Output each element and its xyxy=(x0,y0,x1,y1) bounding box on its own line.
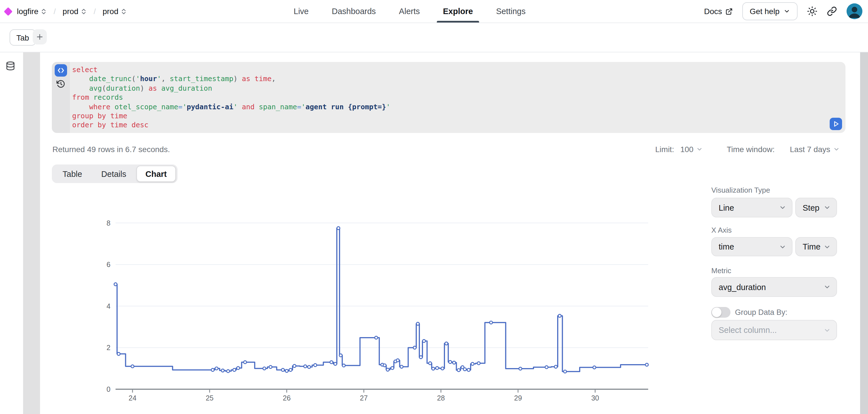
time-window-dropdown[interactable]: Last 7 days xyxy=(790,145,840,154)
view-tab-details[interactable]: Details xyxy=(92,166,135,182)
avg-duration-chart: 0246824252627282930 xyxy=(101,213,659,405)
svg-text:6: 6 xyxy=(106,260,111,268)
nav-explore[interactable]: Explore xyxy=(443,0,473,23)
breadcrumb-environment-label: prod xyxy=(102,7,118,16)
breadcrumb-separator: / xyxy=(94,7,96,16)
page-scrollbar[interactable] xyxy=(860,53,868,414)
chevron-down-icon xyxy=(783,8,790,14)
time-window-value: Last 7 days xyxy=(790,145,830,154)
top-header: logfire / prod / prod Live xyxy=(0,0,868,23)
external-link-icon xyxy=(725,8,733,15)
breadcrumb-project-label: prod xyxy=(63,7,79,16)
code-format-button[interactable] xyxy=(55,64,67,76)
breadcrumb-environment[interactable]: prod xyxy=(102,7,127,16)
breadcrumb-org-label: logfire xyxy=(17,7,38,16)
x-axis-label: X Axis xyxy=(711,226,732,234)
svg-text:8: 8 xyxy=(106,219,111,227)
breadcrumb-org[interactable]: logfire xyxy=(17,7,47,16)
breadcrumb-separator: / xyxy=(54,7,56,16)
limit-label: Limit: xyxy=(655,145,674,154)
sort-chevrons-icon xyxy=(121,8,127,15)
visualization-type-value: Line xyxy=(719,203,734,212)
docs-label: Docs xyxy=(704,7,722,16)
svg-text:29: 29 xyxy=(514,394,522,402)
line-style-value: Step xyxy=(803,203,819,212)
metric-select[interactable]: avg_duration xyxy=(711,277,837,297)
group-data-toggle[interactable] xyxy=(711,307,731,318)
sort-chevrons-icon xyxy=(40,8,47,15)
nav-settings[interactable]: Settings xyxy=(496,0,526,23)
svg-text:25: 25 xyxy=(206,394,214,402)
group-by-placeholder: Select column... xyxy=(719,325,777,335)
visualization-type-select[interactable]: Line xyxy=(711,198,793,217)
get-help-label: Get help xyxy=(750,7,779,16)
editor-gutter xyxy=(52,62,70,133)
sql-query-text[interactable]: select date_trunc('hour', start_timestam… xyxy=(72,65,826,131)
add-tab-button[interactable] xyxy=(33,29,47,44)
sort-chevrons-icon xyxy=(81,8,87,15)
svg-text:30: 30 xyxy=(591,394,599,402)
metric-value: avg_duration xyxy=(719,283,766,291)
svg-text:4: 4 xyxy=(106,302,111,310)
share-link-icon[interactable] xyxy=(827,6,837,16)
database-schema-icon[interactable] xyxy=(6,61,15,71)
x-axis-type-select[interactable]: Time xyxy=(795,237,837,256)
group-by-column-select[interactable]: Select column... xyxy=(711,320,837,340)
svg-text:27: 27 xyxy=(360,394,368,402)
sidebar-resize-gutter[interactable] xyxy=(23,53,40,414)
header-actions: Docs Get help xyxy=(704,0,862,23)
app-window: logfire / prod / prod Live xyxy=(0,0,868,414)
x-axis-type-value: Time xyxy=(803,242,820,251)
x-axis-column-select[interactable]: time xyxy=(711,237,793,256)
query-options: Limit: 100 Time window: Last 7 days xyxy=(655,145,840,154)
nav-live[interactable]: Live xyxy=(293,0,309,23)
svg-text:24: 24 xyxy=(128,394,136,402)
x-axis-column-value: time xyxy=(719,242,734,251)
get-help-button[interactable]: Get help xyxy=(742,2,798,20)
theme-toggle-sun-icon[interactable] xyxy=(807,6,817,16)
limit-dropdown[interactable]: 100 xyxy=(680,145,703,154)
line-style-select[interactable]: Step xyxy=(795,198,837,217)
visualization-type-label: Visualization Type xyxy=(711,186,770,194)
run-query-button[interactable] xyxy=(830,118,842,130)
chart-canvas: 0246824252627282930 xyxy=(101,213,659,405)
docs-link[interactable]: Docs xyxy=(704,7,733,16)
logfire-logo-icon xyxy=(4,7,12,15)
query-history-icon[interactable] xyxy=(56,79,65,89)
user-avatar[interactable] xyxy=(846,3,862,19)
svg-text:28: 28 xyxy=(437,394,445,402)
nav-alerts[interactable]: Alerts xyxy=(399,0,420,23)
result-view-switcher: Table Details Chart xyxy=(52,164,178,183)
time-window-label: Time window: xyxy=(727,145,775,154)
group-data-by-label: Group Data By: xyxy=(735,308,787,317)
query-tab-bar: Tab xyxy=(0,23,868,53)
query-tab[interactable]: Tab xyxy=(9,29,36,45)
breadcrumb: logfire / prod / prod xyxy=(5,0,127,23)
main-nav: Live Dashboards Alerts Explore Settings xyxy=(293,0,526,23)
query-status-text: Returned 49 rows in 6.7 seconds. xyxy=(53,145,170,154)
view-tab-chart[interactable]: Chart xyxy=(136,166,176,182)
left-sidebar xyxy=(0,53,23,414)
view-tab-table[interactable]: Table xyxy=(54,166,91,182)
limit-value: 100 xyxy=(680,145,693,154)
toggle-knob xyxy=(712,308,721,317)
svg-text:0: 0 xyxy=(106,385,111,393)
nav-dashboards[interactable]: Dashboards xyxy=(332,0,376,23)
sql-editor[interactable]: select date_trunc('hour', start_timestam… xyxy=(52,62,845,133)
svg-text:26: 26 xyxy=(283,394,290,402)
svg-text:2: 2 xyxy=(106,344,111,351)
metric-label: Metric xyxy=(711,266,731,275)
breadcrumb-project[interactable]: prod xyxy=(63,7,87,16)
